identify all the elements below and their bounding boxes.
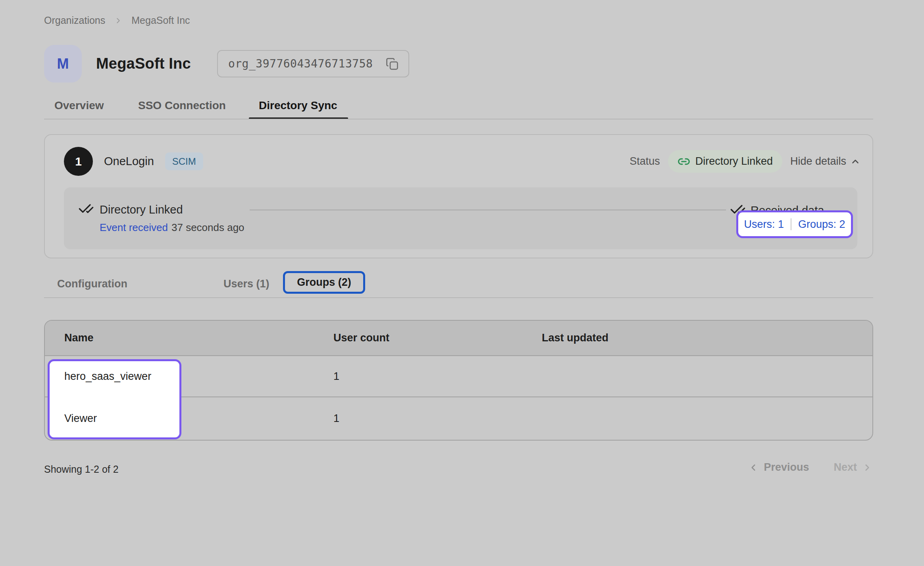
org-header: M MegaSoft Inc org_39776043476713758 xyxy=(44,45,409,83)
status-badge: Directory Linked xyxy=(668,150,782,173)
org-id-chip[interactable]: org_39776043476713758 xyxy=(217,50,410,77)
hide-details-button[interactable]: Hide details xyxy=(790,155,860,167)
chevron-right-icon xyxy=(114,16,123,25)
org-avatar: M xyxy=(44,45,82,83)
subtabs-separator xyxy=(44,297,873,298)
copy-icon[interactable] xyxy=(385,57,399,71)
previous-button[interactable]: Previous xyxy=(748,461,809,474)
chevron-right-icon xyxy=(862,462,872,473)
sync-timeline-panel: Directory Linked Event received 37 secon… xyxy=(64,187,857,249)
link-icon xyxy=(678,155,690,168)
breadcrumb-organizations[interactable]: Organizations xyxy=(44,15,105,26)
tab-sso-connection[interactable]: SSO Connection xyxy=(138,99,226,112)
protocol-badge: SCIM xyxy=(165,152,203,170)
subtab-groups: Groups (2) xyxy=(297,276,351,289)
chevron-left-icon xyxy=(748,462,758,473)
user-count-cell: 1 xyxy=(333,370,542,383)
event-received-line: Event received 37 seconds ago xyxy=(100,221,244,234)
timeline-connector-line xyxy=(250,210,726,210)
status-label: Status xyxy=(629,155,660,167)
received-counts-highlight-box: Users: 1 Groups: 2 xyxy=(736,210,853,238)
org-id-value: org_39776043476713758 xyxy=(228,57,373,70)
breadcrumb: Organizations MegaSoft Inc xyxy=(44,15,190,26)
step-number-badge: 1 xyxy=(64,147,93,176)
groups-table-wrap: Name User count Last updated hero_saas_v… xyxy=(44,320,873,442)
previous-label: Previous xyxy=(764,461,809,474)
subtab-groups-highlight-box[interactable]: Groups (2) xyxy=(283,271,365,294)
column-header-user-count: User count xyxy=(333,332,542,344)
pagination-summary: Showing 1-2 of 2 xyxy=(44,464,119,475)
timeline-step-directory-linked: Directory Linked xyxy=(100,203,183,216)
chevron-up-icon xyxy=(850,156,860,167)
directory-connection-card: 1 OneLogin SCIM Status Directory Linked … xyxy=(44,134,873,258)
counts-divider xyxy=(791,218,791,230)
tab-overview[interactable]: Overview xyxy=(54,99,104,112)
column-header-name: Name xyxy=(45,332,333,344)
status-value: Directory Linked xyxy=(695,155,773,167)
event-received-link[interactable]: Event received xyxy=(100,221,168,234)
tabs-separator xyxy=(44,119,873,119)
user-count-cell: 1 xyxy=(333,412,542,425)
group-name-cell[interactable]: hero_saas_viewer xyxy=(45,370,333,383)
subtab-configuration[interactable]: Configuration xyxy=(57,278,127,290)
next-label: Next xyxy=(834,461,857,474)
tab-directory-sync[interactable]: Directory Sync xyxy=(259,99,337,112)
next-button[interactable]: Next xyxy=(834,461,872,474)
main-tabs: Overview SSO Connection Directory Sync xyxy=(44,94,873,120)
groups-table: Name User count Last updated hero_saas_v… xyxy=(44,320,873,441)
groups-count-link[interactable]: Groups: 2 xyxy=(798,218,845,231)
column-header-last-updated: Last updated xyxy=(542,332,872,344)
breadcrumb-current-org: MegaSoft Inc xyxy=(131,15,190,26)
directory-subtabs: Configuration Users (1) Groups (2) xyxy=(44,268,873,299)
hide-details-label: Hide details xyxy=(790,155,846,167)
page-title: MegaSoft Inc xyxy=(96,55,191,72)
event-received-time: 37 seconds ago xyxy=(171,221,244,234)
users-count-link[interactable]: Users: 1 xyxy=(744,218,784,231)
directory-card-header: 1 OneLogin SCIM Status Directory Linked … xyxy=(45,147,872,176)
pagination-controls: Previous Next xyxy=(748,461,872,474)
provider-name: OneLogin xyxy=(104,155,154,168)
subtab-users[interactable]: Users (1) xyxy=(223,278,270,290)
group-name-cell[interactable]: Viewer xyxy=(45,412,333,425)
table-header-row: Name User count Last updated xyxy=(45,321,872,356)
double-check-icon xyxy=(78,201,94,217)
